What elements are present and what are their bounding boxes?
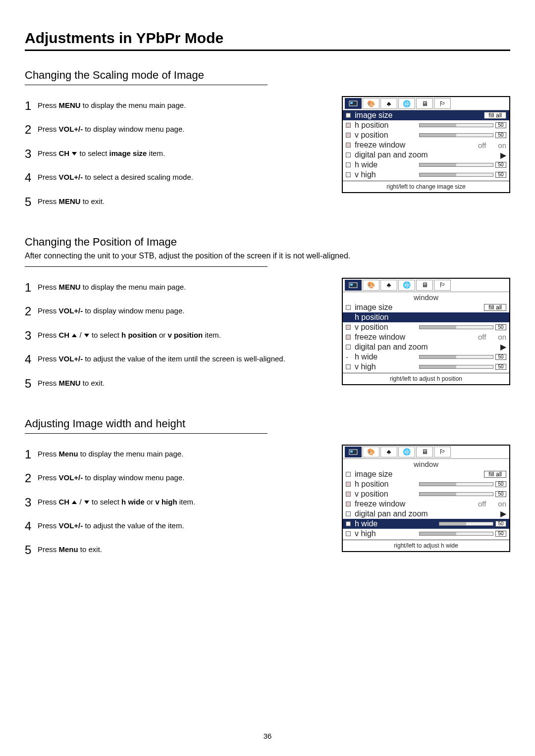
value-box: 50 (495, 354, 506, 360)
osd-preview-2: 🎨 ♣ 🌐 🖥 🏳 window image size fill all h p… (342, 278, 510, 385)
section-title-1: Changing the Scaling mode of Image (25, 69, 510, 82)
submenu-arrow-icon: ▶ (500, 151, 506, 160)
step-text: Press CH / to select h wide or v high it… (38, 495, 195, 507)
osd-item-image-size: image size fill all (343, 110, 509, 120)
divider (25, 433, 268, 434)
value-box: 50 (495, 324, 506, 330)
osd-label: h position (355, 121, 416, 130)
off-label: off (478, 500, 486, 508)
h-position-icon (346, 122, 353, 128)
step-text: Press VOL+/- to adjust the value of the … (38, 518, 184, 531)
osd-footer: right/left to adjust h wide (343, 540, 509, 551)
step-number: 3 (25, 146, 38, 162)
steps-list-1: 1Press MENU to display the menu main pag… (25, 98, 322, 218)
osd-label: h position (355, 480, 416, 489)
page-number: 36 (0, 732, 535, 740)
step-number: 2 (25, 303, 38, 319)
osd-item-freeze: freeze window offon (343, 499, 509, 509)
image-size-value: fill all (484, 471, 506, 478)
slider-bar (419, 325, 493, 329)
h-position-icon (346, 481, 353, 487)
step-number: 4 (25, 352, 38, 367)
osd-tab-globe-icon: 🌐 (398, 280, 415, 291)
step-text: Press MENU to exit. (38, 376, 105, 388)
step-number: 1 (25, 98, 38, 114)
osd-tab-color-icon: 🎨 (363, 98, 379, 109)
step-number: 3 (25, 495, 38, 510)
svg-rect-3 (350, 284, 353, 286)
v-position-icon (346, 132, 353, 138)
step-text: Press VOL+/- to display window menu page… (38, 470, 184, 483)
osd-item-digital-pan: digital pan and zoom ▶ (343, 150, 509, 160)
step-text: Press VOL+/- to select a desired scaling… (38, 170, 193, 182)
step-number: 3 (25, 328, 38, 344)
osd-label: freeze window (355, 500, 467, 508)
osd-label: v position (355, 490, 416, 499)
osd-item-image-size: image size fill all (343, 302, 509, 312)
osd-label: v high (355, 170, 416, 179)
osd-label: h wide (355, 160, 416, 169)
value-box: 50 (495, 531, 506, 537)
osd-item-v-position: v position 50 (343, 489, 509, 499)
step-number: 5 (25, 194, 38, 210)
step-text: Press MENU to display the menu main page… (38, 98, 186, 110)
step-text: Press VOL+/- to display window menu page… (38, 122, 184, 134)
step-number: 4 (25, 170, 38, 186)
osd-item-h-position: h position 50 (343, 479, 509, 489)
step-text: Press VOL+/- to display window menu page… (38, 303, 184, 316)
osd-subtitle: window (343, 292, 509, 302)
slider-bar (419, 173, 493, 177)
step-number: 4 (25, 518, 38, 534)
osd-item-h-wide: h wide 50 (343, 352, 509, 362)
step-number: 5 (25, 542, 38, 558)
v-high-icon (346, 172, 353, 178)
on-off-toggle: offon (478, 141, 506, 150)
h-position-icon (346, 314, 353, 320)
pan-zoom-icon (346, 152, 353, 158)
image-size-icon (346, 304, 353, 310)
section-title-3: Adjusting Image width and height (25, 417, 510, 430)
h-wide-icon (346, 521, 353, 527)
pan-zoom-icon (346, 344, 353, 350)
osd-item-v-high: v high 50 (343, 529, 509, 539)
svg-rect-1 (350, 102, 353, 104)
step-text: Press Menu to display the menu main page… (38, 447, 183, 459)
osd-item-h-position: h position (343, 312, 509, 322)
freeze-icon (346, 501, 353, 507)
osd-tab-globe-icon: 🌐 (398, 98, 415, 109)
osd-label: freeze window (355, 141, 467, 150)
step-text: Press MENU to display the menu main page… (38, 280, 186, 292)
osd-label: image size (355, 303, 484, 312)
off-label: off (478, 333, 486, 341)
osd-preview-1: 🎨 ♣ 🌐 🖥 🏳 image size fill all h position… (342, 96, 510, 193)
osd-item-freeze: freeze window offon (343, 140, 509, 150)
image-size-value: fill all (484, 112, 506, 119)
osd-label: h wide (355, 519, 436, 528)
steps-list-2: 1Press MENU to display the menu main pag… (25, 280, 322, 400)
osd-label: h position (355, 313, 506, 322)
osd-footer: right/left to adjust h position (343, 373, 509, 384)
osd-label: digital pan and zoom (355, 509, 500, 518)
value-box: 50 (495, 132, 506, 138)
slider-bar (419, 532, 493, 536)
osd-label: digital pan and zoom (355, 343, 500, 352)
osd-item-h-wide: h wide 50 (343, 160, 509, 170)
osd-subtitle: window (343, 459, 509, 469)
osd-tab-window-icon (345, 280, 362, 291)
v-position-icon (346, 324, 353, 330)
osd-item-h-wide: h wide 50 (343, 519, 509, 529)
osd-label: v position (355, 323, 416, 332)
image-size-icon (346, 471, 353, 477)
v-high-icon (346, 364, 353, 370)
osd-item-digital-pan: digital pan and zoom ▶ (343, 342, 509, 352)
on-label: on (498, 333, 506, 341)
v-high-icon (346, 531, 353, 537)
value-box: 50 (495, 162, 506, 168)
osd-tab-audio-icon: ♣ (380, 447, 397, 457)
osd-tab-monitor-icon: 🖥 (416, 447, 433, 457)
slider-bar (419, 123, 493, 127)
osd-tab-color-icon: 🎨 (363, 280, 379, 291)
osd-tabs: 🎨 ♣ 🌐 🖥 🏳 (343, 97, 509, 110)
osd-label: image size (355, 111, 484, 120)
step-number: 2 (25, 470, 38, 486)
